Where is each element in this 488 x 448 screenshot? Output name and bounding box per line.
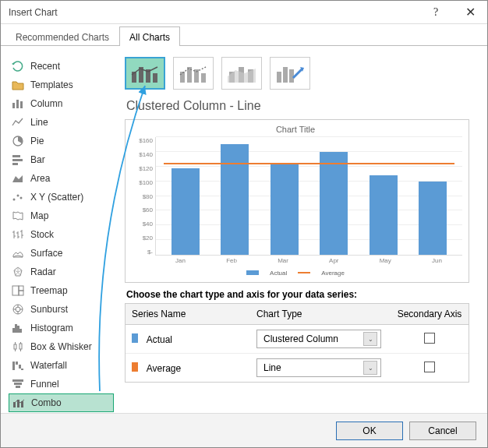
sidebar-item-label: Funnel <box>30 379 59 390</box>
dialog-title: Insert Chart <box>9 7 419 18</box>
chart-legend: Actual Average <box>129 266 462 279</box>
sidebar-item-label: Recent <box>30 61 60 72</box>
chart-type-dropdown-average[interactable]: Line ⌄ <box>256 358 381 377</box>
legend-swatch-actual <box>246 270 259 275</box>
cancel-button[interactable]: Cancel <box>409 422 476 440</box>
svg-rect-27 <box>16 386 20 388</box>
svg-rect-43 <box>283 67 288 83</box>
sidebar-item-funnel[interactable]: Funnel <box>9 375 114 393</box>
secondary-axis-checkbox-average[interactable] <box>424 362 435 372</box>
sidebar-item-sunburst[interactable]: Sunburst <box>9 300 114 319</box>
svg-rect-4 <box>12 155 20 157</box>
y-axis: $160 $140 $120 $100 $80 $60 $40 $20 $- <box>129 137 155 256</box>
sidebar-item-xy-scatter[interactable]: X Y (Scatter) <box>9 188 114 206</box>
svg-rect-20 <box>19 344 22 349</box>
sidebar-item-label: Combo <box>31 397 62 408</box>
insert-chart-dialog: Insert Chart ? ✕ Recommended Charts All … <box>0 0 488 448</box>
header-chart-type: Chart Type <box>250 304 391 324</box>
templates-icon <box>12 79 24 91</box>
subtype-icon <box>274 61 306 86</box>
sidebar-item-histogram[interactable]: Histogram <box>9 319 114 337</box>
svg-rect-34 <box>153 73 157 83</box>
sidebar-item-surface[interactable]: Surface <box>9 244 114 263</box>
legend-swatch-average <box>298 272 310 273</box>
sidebar-item-area[interactable]: Area <box>9 169 114 188</box>
sidebar-item-combo[interactable]: Combo <box>9 393 114 412</box>
scatter-icon <box>12 191 24 203</box>
tab-all-charts[interactable]: All Charts <box>119 26 180 46</box>
svg-rect-25 <box>12 379 23 382</box>
sidebar-item-map[interactable]: Map <box>9 206 114 225</box>
sidebar-item-box-whisker[interactable]: Box & Whisker <box>9 337 114 356</box>
series-table: Series Name Chart Type Secondary Axis Ac… <box>125 303 469 383</box>
svg-rect-44 <box>289 69 294 83</box>
svg-rect-2 <box>20 101 23 108</box>
chevron-down-icon: ⌄ <box>363 361 377 375</box>
tab-bar: Recommended Charts All Charts <box>1 24 487 46</box>
combo-icon <box>12 397 25 409</box>
sidebar-item-label: Treemap <box>30 285 68 296</box>
sidebar-item-label: Pie <box>30 136 44 146</box>
sidebar-item-label: Map <box>30 210 48 221</box>
sidebar-item-line[interactable]: Line <box>9 113 114 132</box>
chart-plot-area: $160 $140 $120 $100 $80 $60 $40 $20 $- <box>129 137 462 256</box>
svg-rect-26 <box>14 383 22 385</box>
chart-type-dropdown-actual[interactable]: Clustered Column ⌄ <box>256 330 381 348</box>
secondary-axis-checkbox-actual[interactable] <box>424 333 435 344</box>
tab-recommended-charts[interactable]: Recommended Charts <box>5 26 119 46</box>
plot-region <box>155 137 462 256</box>
pie-icon <box>12 135 24 147</box>
sidebar-item-label: Line <box>30 117 48 128</box>
svg-rect-16 <box>15 324 17 333</box>
svg-rect-12 <box>19 291 23 295</box>
svg-rect-6 <box>12 163 18 165</box>
svg-rect-11 <box>19 286 23 291</box>
sidebar-item-templates[interactable]: Templates <box>9 76 114 94</box>
chart-preview[interactable]: Chart Title $160 $140 $120 $100 $80 $60 … <box>125 119 469 283</box>
svg-rect-35 <box>180 72 185 83</box>
sidebar-item-treemap[interactable]: Treemap <box>9 281 114 300</box>
subtype-clustered-column-line[interactable] <box>125 57 165 90</box>
svg-rect-15 <box>12 328 15 333</box>
sidebar-item-label: Column <box>30 98 62 109</box>
series-color-swatch <box>132 362 138 372</box>
ok-button[interactable]: OK <box>336 422 403 440</box>
dialog-footer: OK Cancel <box>1 413 487 447</box>
sidebar-item-label: Sunburst <box>30 304 68 315</box>
sidebar-item-recent[interactable]: Recent <box>9 57 114 76</box>
sidebar-item-bar[interactable]: Bar <box>9 150 114 169</box>
titlebar: Insert Chart ? ✕ <box>1 1 487 24</box>
line-icon <box>12 116 24 129</box>
sidebar-item-radar[interactable]: Radar <box>9 263 114 281</box>
svg-rect-0 <box>12 103 15 108</box>
series-name-cell: Average <box>126 358 250 379</box>
stock-icon <box>12 228 24 241</box>
sidebar-item-waterfall[interactable]: Waterfall <box>9 356 114 375</box>
svg-rect-1 <box>16 100 19 108</box>
sidebar-item-stock[interactable]: Stock <box>9 225 114 244</box>
x-axis: Jan Feb Mar Apr May Jun <box>129 256 462 266</box>
sidebar-item-label: Bar <box>30 154 45 165</box>
svg-rect-22 <box>16 362 18 365</box>
sidebar-item-pie[interactable]: Pie <box>9 132 114 150</box>
sidebar-item-column[interactable]: Column <box>9 94 114 113</box>
subtype-icon <box>226 61 257 86</box>
close-button[interactable]: ✕ <box>453 1 487 24</box>
sidebar-item-label: Templates <box>30 79 73 90</box>
map-icon <box>12 210 24 222</box>
svg-rect-21 <box>12 362 15 370</box>
subtype-stacked-area-column[interactable] <box>221 57 262 90</box>
chevron-down-icon: ⌄ <box>363 332 377 346</box>
help-button[interactable]: ? <box>419 1 453 24</box>
series-name-cell: Actual <box>126 329 250 350</box>
sunburst-icon <box>12 303 24 316</box>
svg-rect-5 <box>12 159 23 161</box>
sidebar-item-label: Box & Whisker <box>30 341 92 352</box>
svg-rect-24 <box>21 369 23 370</box>
svg-rect-18 <box>19 329 22 333</box>
subtype-custom-combo[interactable] <box>270 57 310 90</box>
chart-subtype-row <box>125 57 479 96</box>
waterfall-icon <box>12 359 24 372</box>
svg-rect-23 <box>19 365 21 369</box>
subtype-clustered-column-line-secondary[interactable] <box>173 57 214 90</box>
